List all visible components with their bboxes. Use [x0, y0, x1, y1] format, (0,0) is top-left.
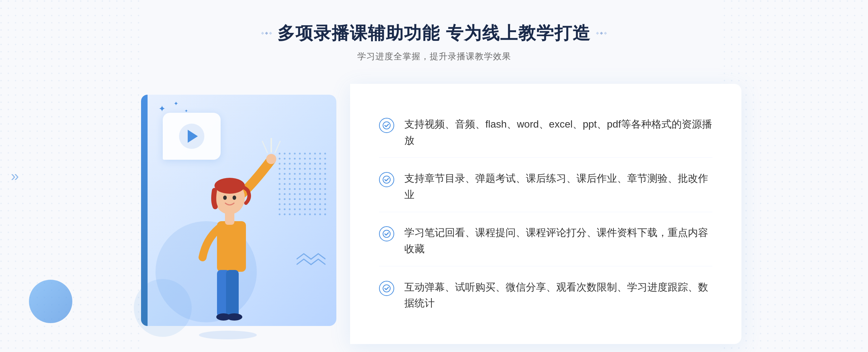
- check-svg-1: [383, 121, 391, 129]
- svg-point-15: [223, 196, 227, 200]
- sparkle-2: ✦: [174, 100, 178, 107]
- svg-point-23: [383, 230, 390, 237]
- page-container: » 多项录播课辅助功能 专为线上教学打造 学习进度全掌握，提升录播课教学效果: [0, 0, 868, 352]
- feature-item-4: 互动弹幕、试听购买、微信分享、观看次数限制、学习进度跟踪、数据统计: [379, 271, 712, 321]
- blue-circle-decoration: [29, 280, 72, 323]
- sub-title: 学习进度全掌握，提升录播课教学效果: [261, 51, 606, 62]
- svg-point-6: [199, 331, 257, 339]
- right-features-panel: 支持视频、音频、flash、word、excel、ppt、pdf等各种格式的资源…: [350, 84, 741, 344]
- svg-line-19: [275, 141, 280, 153]
- deco-lines: [297, 250, 326, 268]
- svg-rect-5: [278, 153, 329, 218]
- title-decoration-left: [261, 32, 272, 34]
- svg-point-22: [383, 176, 390, 183]
- header-section: 多项录播课辅助功能 专为线上教学打造 学习进度全掌握，提升录播课教学效果: [261, 22, 606, 62]
- check-svg-2: [383, 176, 391, 184]
- check-svg-4: [383, 284, 391, 292]
- sparkle-1: ✦: [158, 104, 166, 114]
- feature-text-4: 互动弹幕、试听购买、微信分享、观看次数限制、学习进度跟踪、数据统计: [404, 279, 712, 312]
- bg-dots-right: [723, 0, 868, 352]
- svg-rect-9: [226, 270, 239, 317]
- check-icon-3: [379, 226, 394, 241]
- left-panel: ✦ ✦ ✦: [127, 84, 351, 344]
- title-decoration-right: [596, 32, 607, 34]
- left-arrow-decoration: »: [11, 168, 19, 184]
- svg-point-24: [383, 285, 390, 292]
- feature-item-2: 支持章节目录、弹题考试、课后练习、课后作业、章节测验、批改作业: [379, 162, 712, 212]
- svg-rect-1: [0, 0, 145, 352]
- check-icon-1: [379, 118, 394, 133]
- check-icon-2: [379, 172, 394, 187]
- check-svg-3: [383, 230, 391, 238]
- check-icon-4: [379, 281, 394, 296]
- feature-item-3: 学习笔记回看、课程提问、课程评论打分、课件资料下载，重点内容收藏: [379, 216, 712, 266]
- feature-text-3: 学习笔记回看、课程提问、课程评论打分、课件资料下载，重点内容收藏: [404, 225, 712, 257]
- person-figure: [170, 131, 286, 340]
- content-area: ✦ ✦ ✦: [127, 84, 741, 344]
- title-row: 多项录播课辅助功能 专为线上教学打造: [261, 22, 606, 45]
- dot-grid-inner: [278, 153, 329, 218]
- person-svg: [170, 131, 286, 340]
- blue-vertical-bar: [141, 95, 148, 326]
- feature-text-1: 支持视频、音频、flash、word、excel、ppt、pdf等各种格式的资源…: [404, 116, 712, 149]
- svg-rect-3: [723, 0, 868, 352]
- svg-point-21: [383, 122, 390, 129]
- svg-point-16: [233, 196, 236, 200]
- svg-point-11: [226, 313, 242, 321]
- main-title: 多项录播课辅助功能 专为线上教学打造: [277, 22, 590, 45]
- svg-point-17: [266, 154, 276, 164]
- bg-dots-left: [0, 0, 145, 352]
- feature-item-1: 支持视频、音频、flash、word、excel、ppt、pdf等各种格式的资源…: [379, 108, 712, 158]
- feature-text-2: 支持章节目录、弹题考试、课后练习、课后作业、章节测验、批改作业: [404, 171, 712, 203]
- svg-line-20: [262, 141, 268, 153]
